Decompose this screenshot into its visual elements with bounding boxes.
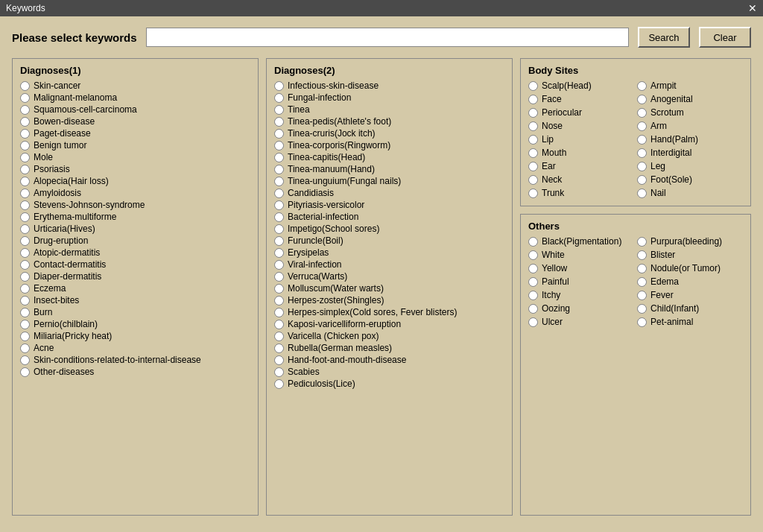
list-item[interactable]: Acne — [20, 343, 250, 353]
list-item[interactable]: Infectious-skin-disease — [274, 80, 504, 91]
radio-input[interactable] — [637, 250, 647, 260]
list-item[interactable]: Lip — [528, 134, 634, 145]
list-item[interactable]: Fever — [637, 290, 743, 300]
radio-input[interactable] — [274, 236, 284, 246]
radio-input[interactable] — [20, 105, 30, 115]
list-item[interactable]: Child(Infant) — [637, 303, 743, 314]
list-item[interactable]: Pet-animal — [637, 317, 743, 327]
list-item[interactable]: Contact-dermatitis — [20, 259, 250, 270]
list-item[interactable]: Interdigital — [637, 148, 743, 158]
list-item[interactable]: Miliaria(Pricky heat) — [20, 331, 250, 341]
list-item[interactable]: White — [528, 250, 634, 260]
radio-input[interactable] — [274, 296, 284, 305]
radio-input[interactable] — [20, 117, 30, 127]
list-item[interactable]: Neck — [528, 174, 634, 185]
list-item[interactable]: Drug-eruption — [20, 235, 250, 246]
list-item[interactable]: Scrotum — [637, 107, 743, 118]
list-item[interactable]: Hand(Palm) — [637, 134, 743, 145]
list-item[interactable]: Hand-foot-and-mouth-disease — [274, 355, 504, 365]
list-item[interactable]: Tinea-capitis(Head) — [274, 152, 504, 162]
radio-input[interactable] — [20, 93, 30, 103]
list-item[interactable]: Blister — [637, 250, 743, 260]
list-item[interactable]: Benign tumor — [20, 140, 250, 151]
radio-input[interactable] — [274, 355, 284, 365]
list-item[interactable]: Yellow — [528, 263, 634, 273]
list-item[interactable]: Tinea — [274, 104, 504, 115]
list-item[interactable]: Diaper-dermatitis — [20, 271, 250, 282]
list-item[interactable]: Rubella(German measles) — [274, 343, 504, 353]
radio-input[interactable] — [274, 81, 284, 91]
radio-input[interactable] — [20, 272, 30, 282]
radio-input[interactable] — [274, 343, 284, 353]
radio-input[interactable] — [20, 129, 30, 139]
list-item[interactable]: Tinea-manuum(Hand) — [274, 164, 504, 174]
list-item[interactable]: Nose — [528, 121, 634, 131]
list-item[interactable]: Ulcer — [528, 317, 634, 327]
list-item[interactable]: Foot(Sole) — [637, 174, 743, 185]
radio-input[interactable] — [20, 260, 30, 270]
list-item[interactable]: Paget-disease — [20, 128, 250, 139]
radio-input[interactable] — [528, 148, 538, 158]
radio-input[interactable] — [274, 308, 284, 317]
list-item[interactable]: Ear — [528, 161, 634, 171]
radio-input[interactable] — [20, 81, 30, 91]
radio-input[interactable] — [274, 129, 284, 139]
radio-input[interactable] — [274, 272, 284, 282]
list-item[interactable]: Periocular — [528, 107, 634, 118]
radio-input[interactable] — [274, 224, 284, 234]
radio-input[interactable] — [20, 355, 30, 365]
radio-input[interactable] — [528, 162, 538, 171]
radio-input[interactable] — [528, 237, 538, 247]
radio-input[interactable] — [637, 237, 647, 247]
list-item[interactable]: Black(Pigmentation) — [528, 236, 634, 247]
radio-input[interactable] — [20, 367, 30, 377]
radio-input[interactable] — [274, 105, 284, 115]
list-item[interactable]: Other-diseases — [20, 367, 250, 377]
radio-input[interactable] — [274, 165, 284, 174]
list-item[interactable]: Amyloidosis — [20, 188, 250, 198]
radio-input[interactable] — [20, 189, 30, 198]
radio-input[interactable] — [274, 117, 284, 127]
radio-input[interactable] — [20, 236, 30, 246]
list-item[interactable]: Trunk — [528, 188, 634, 198]
radio-input[interactable] — [20, 141, 30, 151]
list-item[interactable]: Impetigo(School sores) — [274, 224, 504, 234]
list-item[interactable]: Tinea-cruris(Jock itch) — [274, 128, 504, 139]
close-icon[interactable]: ✕ — [748, 2, 757, 14]
radio-input[interactable] — [274, 177, 284, 186]
radio-input[interactable] — [20, 332, 30, 341]
radio-input[interactable] — [637, 108, 647, 118]
list-item[interactable]: Armpit — [637, 80, 743, 91]
radio-input[interactable] — [274, 260, 284, 270]
list-item[interactable]: Stevens-Johnson-syndrome — [20, 200, 250, 210]
radio-input[interactable] — [20, 320, 30, 329]
radio-input[interactable] — [528, 189, 538, 198]
list-item[interactable]: Eczema — [20, 283, 250, 294]
list-item[interactable]: Oozing — [528, 303, 634, 314]
list-item[interactable]: Anogenital — [637, 94, 743, 104]
radio-input[interactable] — [528, 95, 538, 104]
list-item[interactable]: Arm — [637, 121, 743, 131]
radio-input[interactable] — [20, 248, 30, 258]
radio-input[interactable] — [20, 224, 30, 234]
list-item[interactable]: Pityriasis-versicolor — [274, 200, 504, 210]
radio-input[interactable] — [637, 95, 647, 104]
list-item[interactable]: Herpes-zoster(Shingles) — [274, 295, 504, 305]
radio-input[interactable] — [528, 264, 538, 273]
list-item[interactable]: Nail — [637, 188, 743, 198]
radio-input[interactable] — [274, 141, 284, 151]
list-item[interactable]: Squamous-cell-carcinoma — [20, 104, 250, 115]
radio-input[interactable] — [20, 165, 30, 174]
radio-input[interactable] — [20, 177, 30, 186]
list-item[interactable]: Tinea-unguium(Fungal nails) — [274, 176, 504, 186]
list-item[interactable]: Purpura(bleeding) — [637, 236, 743, 247]
radio-input[interactable] — [637, 175, 647, 185]
list-item[interactable]: Malignant-melanoma — [20, 92, 250, 103]
list-item[interactable]: Pernio(chilblain) — [20, 319, 250, 329]
radio-input[interactable] — [274, 320, 284, 329]
radio-input[interactable] — [528, 317, 538, 327]
list-item[interactable]: Skin-conditions-related-to-internal-dise… — [20, 355, 250, 365]
radio-input[interactable] — [637, 148, 647, 158]
list-item[interactable]: Psoriasis — [20, 164, 250, 174]
radio-input[interactable] — [274, 332, 284, 341]
